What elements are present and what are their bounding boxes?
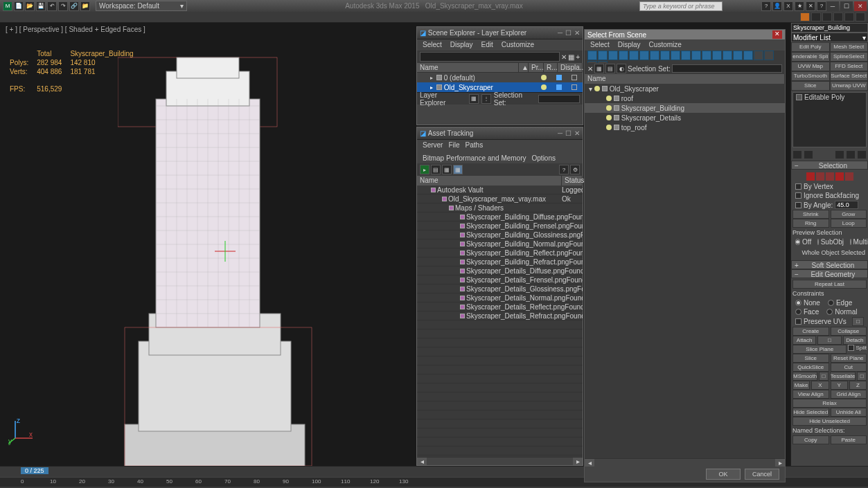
selection-set-input[interactable]	[672, 64, 782, 73]
search-input[interactable]	[639, 1, 723, 11]
asset-row[interactable]: Old_Skyscraper_max_vray.maxOk	[417, 195, 583, 204]
filter-input[interactable]	[420, 52, 560, 62]
sign-in-icon[interactable]: 👤	[772, 1, 782, 11]
constraint-edge-radio[interactable]	[828, 300, 834, 306]
menu-file[interactable]: File	[448, 141, 459, 149]
preview-multi-radio[interactable]	[850, 239, 851, 245]
asset-row[interactable]: Skyscraper_Building_Normal.pngFound	[417, 240, 583, 248]
preview-subobj-radio[interactable]	[817, 239, 819, 245]
favorites-icon[interactable]: ★	[795, 1, 804, 11]
filter-icon-6[interactable]	[650, 51, 659, 60]
slice-plane-button[interactable]: Slice Plane	[792, 345, 847, 354]
scene-node[interactable]: ▾ Old_Skyscraper	[585, 84, 785, 93]
element-subobj-icon[interactable]	[845, 172, 853, 181]
show-end-icon[interactable]	[804, 150, 813, 159]
scrollbar[interactable]: ◂ ▸	[417, 457, 583, 465]
minimize-icon[interactable]: ─	[558, 29, 563, 37]
preserve-uvs-checkbox[interactable]	[795, 318, 801, 325]
maximize-icon[interactable]: ☐	[565, 29, 572, 37]
scene-node[interactable]: roof	[585, 93, 785, 103]
layer-row[interactable]: ▸ 0 (default)	[417, 73, 583, 82]
by-angle-checkbox[interactable]	[795, 202, 801, 208]
relax-button[interactable]: Relax	[792, 399, 867, 408]
quickslice-button[interactable]: QuickSlice	[792, 363, 829, 372]
constraint-face-radio[interactable]	[795, 309, 801, 315]
planar-z-button[interactable]: Z	[849, 381, 867, 390]
config-sets-icon[interactable]	[857, 150, 867, 159]
clear-icon[interactable]: ✕	[587, 65, 593, 73]
preview-off-radio[interactable]	[795, 239, 800, 245]
filter-icon-2[interactable]	[608, 51, 618, 60]
surface-select-button[interactable]: Surface Select	[830, 71, 869, 81]
menu-select[interactable]: Select	[590, 41, 610, 49]
help2-icon[interactable]: ?	[817, 1, 826, 11]
soft-selection-rollout[interactable]: +Soft Selection	[791, 260, 868, 269]
filter-icon-10[interactable]	[691, 51, 701, 60]
ignore-backfacing-checkbox[interactable]	[795, 192, 801, 199]
modifier-list-dropdown[interactable]: Modifier List▾	[791, 33, 868, 42]
filter-icon-15[interactable]	[743, 51, 753, 60]
maximize-button[interactable]: ☐	[840, 1, 853, 11]
asset-row[interactable]: Skyscraper_Building_Glossiness.pngFound	[417, 231, 583, 240]
asset-row[interactable]: Skyscraper_Details_Diffuse.pngFound	[417, 266, 583, 275]
ok-button[interactable]: OK	[706, 469, 741, 480]
hierarchy-tab-icon[interactable]	[822, 12, 832, 21]
filter-icon-11[interactable]	[702, 51, 711, 60]
view3-icon[interactable]: ▦	[453, 165, 463, 174]
asset-row[interactable]: Skyscraper_Building_Reflect.pngFound	[417, 248, 583, 257]
display-tab-icon[interactable]	[844, 12, 854, 21]
turbosmooth-button[interactable]: TurboSmooth	[791, 71, 830, 81]
splineselect-button[interactable]: SplineSelect	[830, 52, 869, 62]
exchange-icon[interactable]: X	[783, 1, 793, 11]
msmooth-button[interactable]: MSmooth	[792, 372, 817, 381]
refresh-icon[interactable]: ▸	[420, 165, 429, 174]
redo-icon[interactable]: ↷	[58, 1, 68, 11]
planar-x-button[interactable]: X	[811, 381, 829, 390]
modify-tab-icon[interactable]	[811, 12, 821, 21]
mesh-select-button[interactable]: Mesh Select	[830, 42, 869, 52]
copy-button[interactable]: Copy	[792, 435, 829, 444]
filter-icon-14[interactable]	[733, 51, 743, 60]
minimize-button[interactable]: ─	[826, 1, 839, 11]
unwrap-uvw-button[interactable]: Unwrap UVW	[830, 81, 869, 91]
menu-customize[interactable]: Customize	[502, 41, 534, 49]
view-align-button[interactable]: View Align	[792, 390, 829, 399]
asset-row[interactable]: Skyscraper_Details_Normal.pngFound	[417, 293, 583, 302]
display-icon-0[interactable]	[754, 51, 763, 60]
create-tab-icon[interactable]	[800, 12, 810, 21]
pin-stack-icon[interactable]	[792, 150, 802, 159]
polygon-subobj-icon[interactable]	[835, 172, 844, 181]
edit-poly-button[interactable]: Edit Poly	[791, 42, 830, 52]
utilities-tab-icon[interactable]	[856, 12, 865, 21]
app-menu-icon[interactable]: M	[3, 1, 12, 11]
filter-icon-5[interactable]	[639, 51, 649, 60]
filter-icon-4[interactable]	[629, 51, 639, 60]
menu-server[interactable]: Server	[423, 141, 443, 149]
hide-unselected-button[interactable]: Hide Unselected	[792, 417, 867, 426]
loop-button[interactable]: Loop	[831, 219, 867, 228]
by-vertex-checkbox[interactable]	[795, 183, 801, 190]
close-icon[interactable]: ✕	[772, 30, 782, 39]
add-icon[interactable]: +	[576, 53, 580, 61]
uvw-map-button[interactable]: UVW Map	[791, 62, 830, 71]
filter-icon-3[interactable]	[619, 51, 628, 60]
edit-geometry-rollout[interactable]: −Edit Geometry	[791, 269, 868, 278]
enderable-spli-button[interactable]: enderable Spli	[791, 52, 830, 62]
link-icon[interactable]: 🔗	[69, 1, 79, 11]
view1-icon[interactable]: ▤	[431, 165, 441, 174]
ring-button[interactable]: Ring	[792, 219, 829, 228]
layer-mode-icon[interactable]: ▦	[469, 94, 479, 104]
filter-icon-12[interactable]	[712, 51, 722, 60]
clear-icon[interactable]: ✕	[561, 53, 567, 61]
reset-plane-button[interactable]: Reset Plane	[831, 354, 867, 363]
edge-subobj-icon[interactable]	[816, 172, 824, 181]
new-icon[interactable]: 📄	[14, 1, 24, 11]
attach-button[interactable]: Attach	[792, 336, 816, 345]
tessellate-button[interactable]: Tessellate	[830, 372, 856, 381]
filter-icon-9[interactable]	[681, 51, 691, 60]
display-icon[interactable]: ▦	[594, 64, 604, 73]
paste-button[interactable]: Paste	[831, 435, 867, 444]
asset-row[interactable]: Skyscraper_Details_Frensel.pngFound	[417, 275, 583, 284]
remove-mod-icon[interactable]	[846, 150, 856, 159]
prompt-icon[interactable]: ?	[559, 165, 569, 174]
